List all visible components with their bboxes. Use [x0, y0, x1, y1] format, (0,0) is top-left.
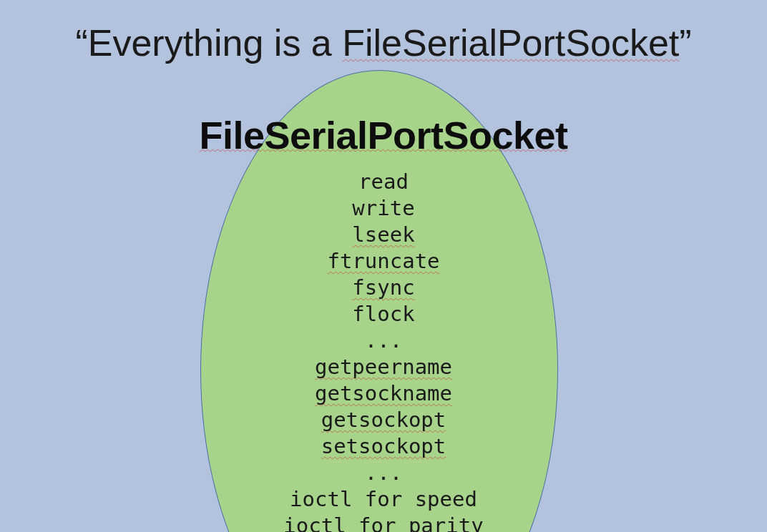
- class-heading: FileSerialPortSocket: [0, 113, 767, 157]
- method-item: getsockopt: [0, 407, 767, 433]
- methods-list: readwritelseekftruncatefsyncflock...getp…: [0, 169, 767, 532]
- method-item: ioctl for parity: [0, 513, 767, 532]
- method-item: getpeername: [0, 354, 767, 380]
- method-item: ioctl for speed: [0, 486, 767, 513]
- slide-title: “Everything is a FileSerialPortSocket”: [0, 21, 767, 64]
- title-prefix: “Everything is a: [75, 22, 342, 64]
- method-text: getsockname: [315, 381, 452, 405]
- method-text: lseek: [352, 222, 414, 247]
- method-item: ...: [0, 460, 767, 486]
- method-text: ftruncate: [327, 249, 439, 273]
- method-text: fsync: [352, 275, 414, 300]
- method-item: setsockopt: [0, 433, 767, 460]
- method-text: getpeername: [315, 355, 452, 379]
- method-item: read: [0, 169, 767, 195]
- method-item: flock: [0, 301, 767, 327]
- class-heading-text: FileSerialPortSocket: [199, 114, 567, 157]
- method-item: fsync: [0, 275, 767, 301]
- method-item: getsockname: [0, 380, 767, 407]
- method-item: write: [0, 195, 767, 222]
- method-text: setsockopt: [321, 434, 446, 458]
- title-suffix: ”: [679, 22, 691, 64]
- title-word: FileSerialPortSocket: [342, 22, 679, 64]
- method-item: ftruncate: [0, 248, 767, 275]
- method-item: lseek: [0, 222, 767, 248]
- method-text: getsockopt: [321, 408, 446, 432]
- method-item: ...: [0, 327, 767, 354]
